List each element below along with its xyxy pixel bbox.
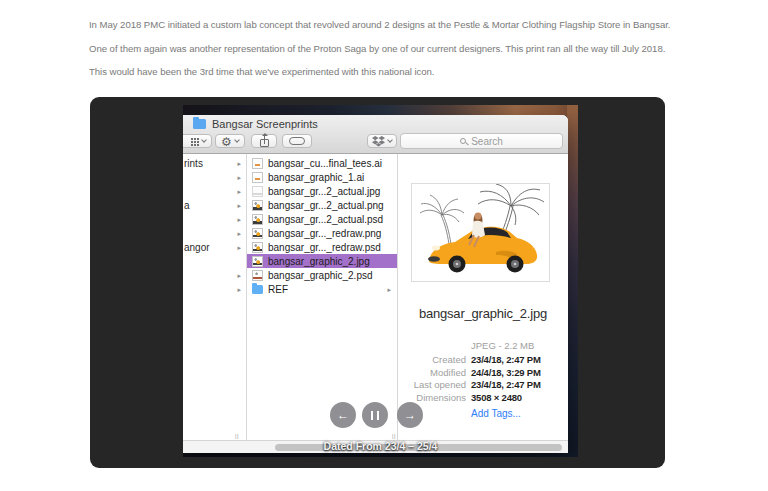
list-item[interactable] (183, 254, 246, 268)
list-item[interactable]: angor (183, 240, 246, 254)
metadata-label: Last opened (398, 379, 466, 392)
search-placeholder: Search (471, 136, 503, 147)
left-arrow-icon (337, 409, 349, 421)
disclosure-arrow-icon (237, 244, 241, 251)
preview-image (411, 183, 550, 282)
item-label: angor (184, 242, 237, 253)
file-name: bangsar_gr..._redraw.psd (268, 242, 381, 253)
pause-slideshow-button[interactable] (362, 402, 388, 428)
finder-column-parents: rints a angor (183, 154, 247, 440)
image-file-icon (252, 242, 263, 253)
file-name: bangsar_graphic_2.psd (268, 270, 373, 281)
folder-icon (252, 285, 263, 294)
file-row[interactable]: bangsar_gr..._redraw.psd (247, 240, 397, 254)
file-row[interactable]: bangsar_gr...2_actual.psd (247, 212, 397, 226)
ai-file-icon (252, 158, 263, 169)
finder-column-preview: bangsar_graphic_2.jpg JPEG - 2.2 MB Crea… (398, 154, 568, 440)
column-resize-handle[interactable] (235, 433, 239, 439)
file-row[interactable]: REF (247, 282, 397, 296)
file-row[interactable]: bangsar_cu...final_tees.ai (247, 156, 397, 170)
image-file-icon (252, 200, 263, 211)
prev-slide-button[interactable] (330, 402, 356, 428)
grid-view-icon (191, 138, 193, 140)
file-name: bangsar_gr...2_actual.jpg (268, 186, 380, 197)
search-input[interactable]: Search (400, 133, 563, 149)
file-name: bangsar_gr..._redraw.png (268, 228, 381, 239)
list-item[interactable] (183, 282, 246, 296)
ai-file-icon (252, 172, 263, 183)
share-button[interactable] (251, 134, 277, 148)
metadata-value: 23/4/18, 2:47 PM (471, 354, 541, 367)
chevron-down-icon (234, 137, 240, 143)
search-icon (460, 138, 466, 144)
disclosure-arrow-icon (237, 202, 241, 209)
psd-file-icon (252, 270, 263, 281)
folder-icon (193, 119, 206, 129)
preview-metadata: Created 23/4/18, 2:47 PM Modified 24/4/1… (398, 354, 568, 404)
preview-kind-size: JPEG - 2.2 MB (471, 340, 534, 351)
preview-filename: bangsar_graphic_2.jpg (398, 306, 568, 321)
article-line: In May 2018 PMC initiated a custom lab c… (89, 13, 670, 37)
list-item[interactable] (183, 268, 246, 282)
dropbox-button[interactable] (367, 134, 397, 148)
file-row-selected[interactable]: bangsar_graphic_2.jpg (247, 254, 397, 268)
disclosure-arrow-icon (237, 174, 241, 181)
add-tags-link[interactable]: Add Tags... (471, 408, 521, 419)
file-row[interactable]: bangsar_gr...2_actual.jpg (247, 184, 397, 198)
article-line: This would have been the 3rd time that w… (89, 60, 670, 84)
dropbox-icon (372, 136, 385, 147)
file-name: bangsar_gr...2_actual.png (268, 200, 384, 211)
list-item[interactable]: rints (183, 156, 246, 170)
list-item[interactable] (183, 212, 246, 226)
chevron-down-icon (387, 137, 393, 143)
file-row[interactable]: bangsar_gr..._redraw.png (247, 226, 397, 240)
file-name: REF (268, 284, 288, 295)
gear-icon (221, 132, 232, 150)
article-paragraph: In May 2018 PMC initiated a custom lab c… (89, 13, 670, 84)
window-titlebar[interactable]: Bangsar Screenprints (183, 115, 568, 133)
list-item[interactable] (183, 184, 246, 198)
list-item[interactable]: a (183, 198, 246, 212)
file-row[interactable]: bangsar_graphic_2.psd (247, 268, 397, 282)
item-label: rints (184, 158, 237, 169)
item-label: a (184, 200, 237, 211)
actions-button[interactable] (215, 134, 245, 148)
disclosure-arrow-icon (237, 272, 241, 279)
metadata-value: 3508 × 2480 (471, 392, 522, 405)
metadata-label: Created (398, 354, 466, 367)
disclosure-arrow-icon (237, 230, 241, 237)
file-name: bangsar_graphic_1.ai (268, 172, 364, 183)
window-toolbar: Search (183, 133, 568, 154)
view-options-button[interactable] (183, 134, 212, 148)
file-row[interactable]: bangsar_gr...2_actual.png (247, 198, 397, 212)
metadata-value: 23/4/18, 2:47 PM (471, 379, 541, 392)
file-name: bangsar_gr...2_actual.psd (268, 214, 383, 225)
metadata-row: Created 23/4/18, 2:47 PM (398, 354, 568, 367)
image-file-icon (252, 214, 263, 225)
disclosure-arrow-icon (237, 216, 241, 223)
metadata-value: 24/4/18, 3:29 PM (471, 367, 541, 380)
metadata-row: Last opened 23/4/18, 2:47 PM (398, 379, 568, 392)
finder-columns: rints a angor bangsar_cu...final_tees.ai… (183, 154, 568, 440)
list-item[interactable] (183, 226, 246, 240)
list-item[interactable] (183, 170, 246, 184)
disclosure-arrow-icon (237, 188, 241, 195)
car-palm-artwork (412, 184, 549, 281)
tags-button[interactable] (282, 134, 312, 148)
file-row[interactable]: bangsar_graphic_1.ai (247, 170, 397, 184)
disclosure-arrow-icon (237, 160, 241, 167)
window-title: Bangsar Screenprints (212, 118, 318, 130)
article-line: One of them again was another representa… (89, 37, 670, 61)
image-file-icon (252, 256, 263, 267)
column-resize-handle[interactable] (392, 433, 396, 439)
metadata-row: Modified 24/4/18, 3:29 PM (398, 367, 568, 380)
share-icon (260, 139, 269, 147)
image-file-icon (252, 186, 263, 197)
image-file-icon (252, 228, 263, 239)
slide-caption: Dated From 23/4 – 25/4 (183, 440, 578, 452)
chevron-down-icon (201, 137, 207, 143)
desktop-wallpaper-strip (567, 105, 578, 457)
next-slide-button[interactable] (397, 402, 423, 428)
metadata-label: Modified (398, 367, 466, 380)
metadata-row: Dimensions 3508 × 2480 (398, 392, 568, 405)
